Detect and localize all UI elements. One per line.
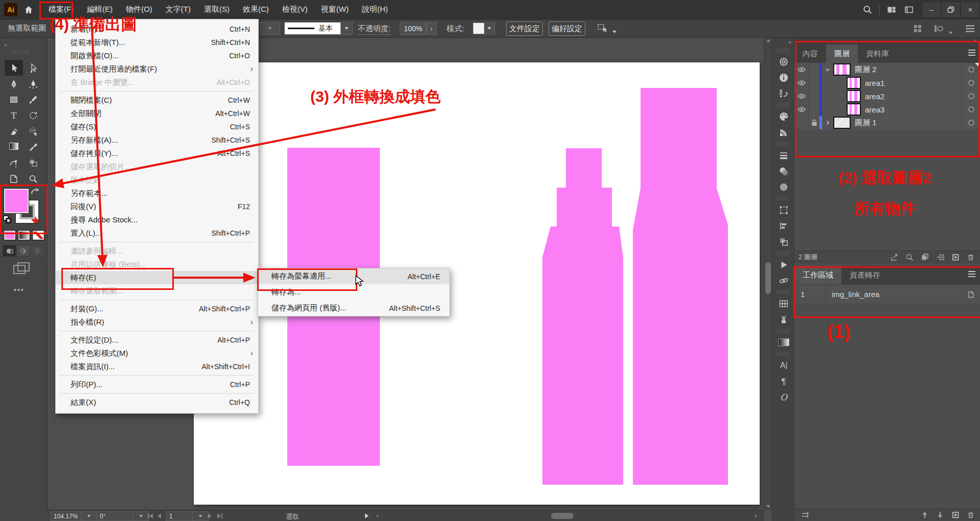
layer-name[interactable]: 圖層 2 [855,65,877,75]
layer-name[interactable]: area1 [865,79,884,87]
artboards-panel-menu-icon[interactable] [967,270,976,278]
lock-toggle[interactable] [809,89,819,103]
distribute-chevron[interactable] [949,27,953,36]
opacity-label[interactable]: 不透明度: [358,24,391,35]
expand-dock-icon[interactable]: » [772,37,794,47]
paragraph-panel-icon[interactable]: ¶ [772,373,794,389]
visibility-toggle[interactable] [794,103,809,116]
collect-for-export-icon[interactable] [886,253,902,262]
opacity-value-field[interactable]: 100% [400,22,426,35]
lock-toggle[interactable] [809,63,819,76]
properties-panel-icon[interactable] [772,54,794,70]
document-arrange-icon[interactable] [900,3,918,17]
pathfinder-panel-panel-icon[interactable] [772,234,794,250]
rectangle-tool[interactable] [5,92,23,107]
menubar-item-3[interactable]: 物件(O) [119,0,159,19]
shape-builder-tool[interactable] [24,155,42,171]
file-menu-item[interactable]: 檔案資訊(I)...Alt+Shift+Ctrl+I [56,360,258,373]
file-menu-item[interactable]: 文件設定(D)...Alt+Ctrl+P [56,333,258,347]
file-menu-item[interactable]: 轉存(E)› [56,271,258,284]
dock-group-handle[interactable]: |||||| [772,195,794,202]
character-panel-icon[interactable]: A [772,357,794,373]
brush-dropdown-chevron[interactable] [340,22,353,35]
color-mode-button[interactable] [4,230,16,240]
target-circle-icon[interactable] [962,89,980,103]
file-menu-item[interactable]: 另存新檔(A)...Shift+Ctrl+S [56,133,258,147]
file-menu-item[interactable]: 儲存(S)Ctrl+S [56,120,258,133]
file-menu-item[interactable]: 關閉檔案(C)Ctrl+W [56,94,258,107]
layers-panel-menu-icon[interactable] [967,49,976,57]
pen-tool[interactable] [5,76,23,92]
artboard-row-img_link_area[interactable]: 1img_link_area [794,284,980,304]
artboard-chevron[interactable] [192,511,209,521]
move-up-icon[interactable] [917,510,932,519]
paintbrush-tool[interactable] [24,92,42,107]
scroll-down-icon[interactable] [766,505,770,508]
file-menu-item[interactable]: 回復(V)F12 [56,200,258,213]
color-guide-panel-icon[interactable] [772,124,794,140]
none-mode-button[interactable] [32,230,44,240]
new-artboard-icon[interactable] [948,510,963,519]
file-menu-item[interactable]: 指令檔(R)› [56,315,258,329]
scroll-up-icon[interactable] [766,39,770,42]
artboard-page-icon[interactable] [966,290,980,299]
screen-mode-icon[interactable] [12,261,31,277]
tab-資料庫[interactable]: 資料庫 [858,44,897,63]
export-submenu-item[interactable]: 轉存為螢幕適用...Alt+Ctrl+E [258,268,449,284]
menubar-item-1[interactable]: 檔案(F) [42,0,80,19]
swatches-panel-icon[interactable] [772,296,794,311]
gradient-mode-button[interactable] [18,230,30,240]
lock-toggle[interactable] [809,103,819,116]
info-panel-icon[interactable] [772,70,794,85]
first-artboard-icon[interactable] [147,513,153,518]
layer-name[interactable]: area2 [865,92,884,101]
lock-toggle[interactable] [809,116,819,129]
next-artboard-icon[interactable] [208,513,213,518]
align-icon[interactable] [913,25,924,33]
tab-資產轉存[interactable]: 資產轉存 [841,266,888,284]
menubar-item-2[interactable]: 編輯(E) [80,0,119,19]
visibility-toggle[interactable] [794,89,809,103]
layer-name[interactable]: 圖層 1 [855,118,877,128]
menubar-item-6[interactable]: 效果(C) [236,0,276,19]
dock-group-handle[interactable]: |||||| [772,140,794,147]
new-layer-icon[interactable] [948,253,963,262]
fill-color-swatch[interactable] [4,189,29,213]
delete-icon[interactable] [963,510,978,519]
prev-artboard-icon[interactable] [156,513,162,518]
menubar-item-9[interactable]: 說明(H) [355,0,395,19]
menubar-item-7[interactable]: 檢視(V) [276,0,314,19]
minimize-button[interactable]: – [922,2,941,18]
distribute-icon[interactable] [933,24,946,33]
tab-工作區域[interactable]: 工作區域 [794,266,841,284]
file-menu-item[interactable]: 儲存拷貝(Y)...Alt+Ctrl+S [56,147,258,160]
lock-toggle[interactable] [809,76,819,89]
style-dropdown-chevron[interactable] [484,22,495,34]
direct-selection-tool[interactable] [24,60,42,76]
visibility-toggle[interactable] [794,63,809,76]
menubar-item-5[interactable]: 選取(S) [197,0,236,19]
layer-name[interactable]: area3 [865,105,884,114]
layer-row-area1[interactable]: area1 [794,76,980,90]
menubar-item-8[interactable]: 視窗(W) [314,0,355,19]
tab-內容[interactable]: 內容 [794,44,826,63]
draw-behind-button[interactable] [16,245,30,257]
isolate-selection-icon[interactable] [597,22,609,34]
file-menu-item[interactable]: 新增(N)...Ctrl+N [56,22,258,36]
target-circle-icon[interactable] [962,116,980,129]
export-submenu-item[interactable]: 儲存為網頁用 (舊版)...Alt+Shift+Ctrl+S [258,300,449,316]
file-menu-item[interactable]: 文件色彩模式(M)› [56,347,258,360]
selection-tool[interactable] [5,60,23,76]
eraser-tool[interactable] [5,123,23,139]
target-circle-icon[interactable] [962,103,980,116]
dock-group-handle[interactable]: |||||| [772,47,794,54]
style-swatch[interactable] [473,22,485,34]
dock-group-handle[interactable]: |||||| [772,250,794,257]
layer-row-圖層 2[interactable]: 圖層 2 [794,63,980,77]
export-submenu-item[interactable]: 轉存為... [258,284,449,300]
move-down-icon[interactable] [932,510,948,519]
panel-drag-handle[interactable]: |||||||| [12,50,30,55]
swap-fill-stroke-icon[interactable] [30,187,41,197]
fill-color-dropdown[interactable] [260,22,280,35]
eyedropper-tool[interactable] [24,139,42,155]
